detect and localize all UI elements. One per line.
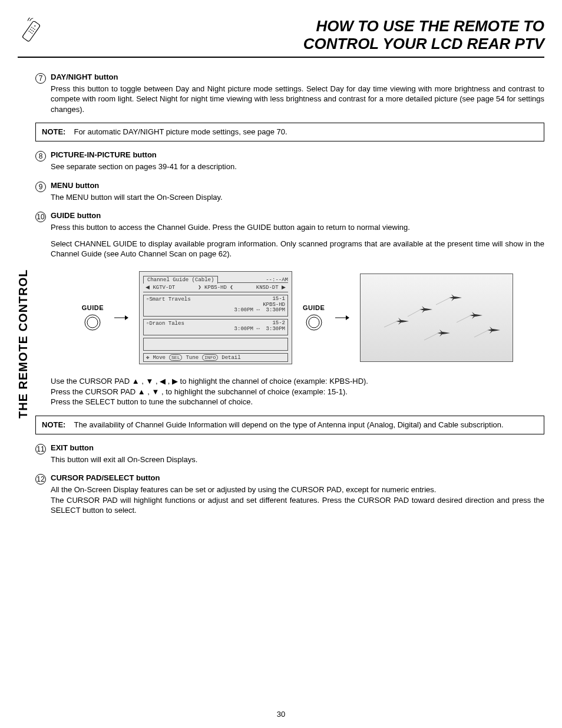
item-body: All the On-Screen Display features can b… [51, 485, 544, 495]
osd-start: 3:00PM [234, 326, 253, 332]
item-number: 9 [35, 182, 46, 192]
svg-line-22 [457, 315, 471, 322]
note-box-daynight: NOTE: For automatic DAY/NIGHT picture mo… [35, 123, 544, 141]
osd-ch-left: KGTV-DT [153, 285, 175, 291]
svg-point-6 [31, 29, 32, 31]
page-header: HOW TO USE THE REMOTE TO CONTROL YOUR LC… [18, 18, 544, 58]
svg-point-2 [31, 27, 32, 28]
item-title: MENU button [51, 181, 99, 190]
page-number: 30 [0, 710, 562, 719]
item-body: See separate section on pages 39-41 for … [51, 162, 544, 172]
svg-line-20 [408, 309, 421, 317]
cursor-instruction-1: Use the CURSOR PAD ▲ , ▼ , ◀ , ▶ to high… [51, 376, 544, 387]
svg-line-21 [436, 298, 450, 305]
note-label: NOTE: [42, 127, 65, 137]
osd-info-pill: INFO [202, 354, 218, 361]
planes-image [361, 274, 513, 362]
note-box-guide: NOTE: The availability of Channel Guide … [35, 416, 544, 434]
osd-ch-mid: KPBS-HD [204, 285, 227, 291]
osd-time: --:--AM [266, 277, 288, 283]
item-guide: 10 GUIDE button Press this button to acc… [35, 210, 544, 259]
osd-subch: 15-1 [272, 296, 285, 302]
item-title: CURSOR PAD/SELECT button [51, 473, 160, 482]
guide-figure-row: GUIDE Channel Guide (Cable) --:--AM ◀ KG… [51, 271, 544, 365]
side-tab-label: THE REMOTE CONTROL [16, 269, 30, 419]
item-title: DAY/NIGHT button [51, 73, 118, 81]
svg-point-1 [34, 25, 36, 27]
svg-line-23 [474, 330, 488, 337]
svg-marker-14 [125, 315, 128, 320]
svg-rect-0 [22, 21, 41, 42]
title-line1: HOW TO USE THE REMOTE TO [45, 18, 544, 35]
item-menu: 9 MENU button The MENU button will start… [35, 180, 544, 203]
item-cursor-pad: 12 CURSOR PAD/SELECT button All the On-S… [35, 473, 544, 516]
item-body: Press this button to toggle between Day … [51, 84, 544, 115]
item-title: EXIT button [51, 443, 94, 452]
osd-entry-title: Smart Travels [149, 297, 190, 302]
osd-subch-name: KPBS-HD [263, 302, 285, 308]
item-exit: 11 EXIT button This button will exit all… [35, 443, 544, 465]
osd-sel-pill: SEL [169, 354, 182, 361]
svg-marker-18 [346, 315, 349, 320]
guide-button-left: GUIDE [82, 304, 104, 331]
guide-button-right: GUIDE [303, 304, 325, 331]
svg-line-24 [424, 333, 438, 340]
item-day-night: 7 DAY/NIGHT button Press this button to … [35, 72, 544, 115]
item-number: 11 [35, 444, 46, 454]
osd-tune: Tune [186, 355, 199, 361]
svg-point-3 [32, 28, 34, 29]
svg-point-7 [32, 31, 34, 32]
item-number: 12 [35, 474, 46, 485]
osd-end: 3:30PM [266, 326, 285, 332]
guide-label: GUIDE [82, 304, 104, 311]
title-line2: CONTROL YOUR LCD REAR PTV [45, 35, 544, 53]
svg-point-9 [30, 32, 31, 33]
osd-entry-empty [143, 338, 288, 351]
tv-photo [360, 274, 513, 362]
item-number: 8 [35, 151, 46, 162]
item-body2: The CURSOR PAD will highlight functions … [51, 495, 544, 516]
svg-point-8 [28, 31, 29, 32]
content-area: 7 DAY/NIGHT button Press this button to … [18, 72, 544, 516]
item-number: 10 [35, 212, 46, 222]
item-number: 7 [35, 73, 46, 84]
osd-footer: ✥Move SEL Tune INFO Detail [143, 353, 288, 362]
osd-subch: 15-2 [272, 320, 285, 326]
osd-start: 3:00PM [234, 307, 253, 313]
svg-point-10 [31, 32, 32, 34]
svg-point-4 [34, 29, 35, 30]
guide-label: GUIDE [303, 304, 325, 311]
osd-entry-title: Draon Tales [149, 321, 184, 327]
item-pip: 8 PICTURE-IN-PICTURE button See separate… [35, 150, 544, 172]
item-body: The MENU button will start the On-Screen… [51, 192, 544, 203]
note-text: For automatic DAY/NIGHT picture mode set… [74, 127, 538, 137]
svg-line-19 [384, 321, 397, 327]
item-body: This button will exit all On-Screen Disp… [51, 454, 544, 465]
item-body: Press this button to access the Channel … [51, 222, 544, 233]
cursor-instruction-2: Press the CURSOR PAD ▲ , ▼ , to highligh… [51, 387, 544, 397]
item-body2: Select CHANNEL GUIDE to display availabl… [51, 239, 544, 259]
osd-title: Channel Guide (Cable) [143, 276, 218, 284]
arrow-right-icon [114, 315, 128, 321]
osd-end: 3:30PM [266, 307, 285, 313]
item-title: GUIDE button [51, 211, 101, 220]
svg-point-16 [309, 317, 319, 328]
svg-point-12 [87, 317, 98, 328]
arrow-right-icon [335, 315, 349, 321]
page-title: HOW TO USE THE REMOTE TO CONTROL YOUR LC… [45, 18, 544, 53]
guide-button-icon [84, 314, 101, 331]
osd-move: Move [153, 355, 166, 361]
osd-entry: ▫Smart Travels 15-1 KPBS-HD 3:00PM ↔ 3:3… [143, 295, 288, 317]
item-title: PICTURE-IN-PICTURE button [51, 150, 157, 159]
note-text: The availability of Channel Guide Inform… [74, 420, 538, 430]
osd-ch-right: KNSD-DT [256, 285, 279, 291]
osd-channel-row: ◀ KGTV-DT ❯ KPBS-HD ❮ KNSD-DT ▶ [143, 282, 288, 292]
note-label: NOTE: [42, 420, 65, 430]
cursor-instruction-3: Press the SELECT button to tune the subc… [51, 397, 544, 407]
osd-entry: ▫Draon Tales 15-2 3:00PM ↔ 3:30PM [143, 319, 288, 335]
svg-point-5 [30, 29, 31, 30]
guide-button-icon [305, 314, 323, 331]
channel-guide-osd: Channel Guide (Cable) --:--AM ◀ KGTV-DT … [139, 271, 292, 365]
osd-detail: Detail [222, 355, 240, 361]
remote-icon [18, 18, 45, 45]
